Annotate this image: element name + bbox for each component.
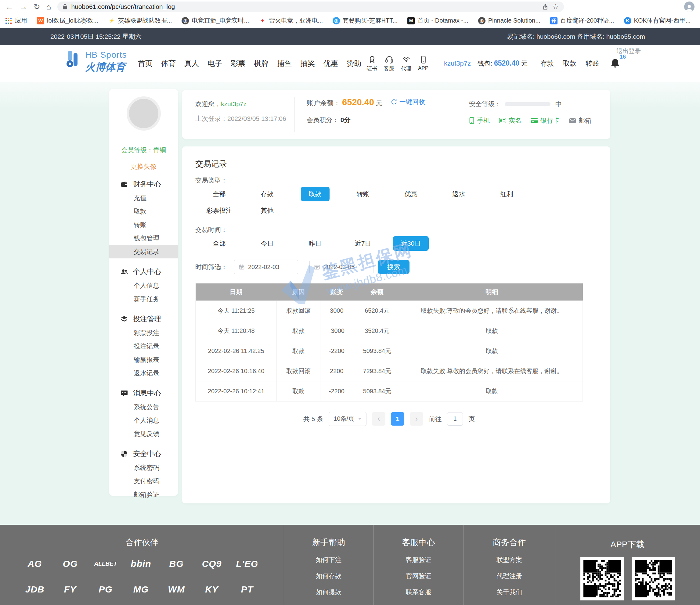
reload-button[interactable]: ↻ bbox=[33, 2, 40, 11]
type-filter-button[interactable]: 全部 bbox=[205, 187, 234, 201]
nav-item[interactable]: 首页 bbox=[138, 58, 153, 68]
sidebar-menu-item[interactable]: 邮箱验证 bbox=[109, 488, 178, 501]
sidebar-menu-item[interactable]: 个人消息 bbox=[109, 414, 178, 427]
home-button[interactable]: ⌂ bbox=[46, 2, 51, 11]
site-logo[interactable]: HB Sports 火博体育 bbox=[66, 50, 127, 74]
share-icon[interactable] bbox=[542, 3, 549, 10]
nav-item[interactable]: 抽奖 bbox=[300, 58, 315, 68]
time-filter-button[interactable]: 近30日 bbox=[393, 236, 429, 251]
type-filter-button[interactable]: 其他 bbox=[253, 203, 282, 218]
wallet-action-link[interactable]: 取款 bbox=[563, 59, 576, 68]
sidebar-menu-item[interactable]: 取款 bbox=[109, 205, 178, 218]
email-verify[interactable]: 邮箱 bbox=[569, 116, 591, 125]
table-cell: 2200 bbox=[320, 361, 353, 381]
footer-link[interactable]: 关于我们 bbox=[464, 588, 555, 597]
nav-item[interactable]: 优惠 bbox=[323, 58, 338, 68]
footer-link[interactable]: 客服验证 bbox=[374, 556, 464, 564]
next-page-button[interactable]: › bbox=[410, 412, 423, 426]
time-filter-button[interactable]: 全部 bbox=[205, 236, 234, 251]
sidebar-menu-item[interactable]: 彩票投注 bbox=[109, 326, 178, 339]
bookmark-item[interactable]: ✦ 雷火电竞，亚洲电... bbox=[259, 17, 323, 25]
bookmark-item[interactable]: ⚡ 英雄联盟战队数据... bbox=[108, 17, 172, 25]
sidebar-menu-item[interactable]: 投注记录 bbox=[109, 339, 178, 353]
partner-logo: OG bbox=[52, 551, 88, 577]
nav-item[interactable]: 电子 bbox=[207, 58, 222, 68]
nav-item[interactable]: 真人 bbox=[184, 58, 199, 68]
nav-item[interactable]: 捕鱼 bbox=[277, 58, 292, 68]
sidebar-menu-item[interactable]: 输赢报表 bbox=[109, 353, 178, 367]
search-button[interactable]: 搜索 bbox=[378, 260, 409, 274]
bank-card-verify[interactable]: 银行卡 bbox=[531, 116, 560, 125]
type-filter-button[interactable]: 转账 bbox=[349, 187, 377, 201]
type-filter-button[interactable]: 优惠 bbox=[397, 187, 425, 201]
agent-button[interactable]: 代理 bbox=[401, 55, 411, 72]
footer-link[interactable]: 如何存款 bbox=[284, 572, 374, 580]
nav-item[interactable]: 棋牌 bbox=[254, 58, 269, 68]
sidebar-menu-item[interactable]: 转账 bbox=[109, 218, 178, 232]
forward-button[interactable]: → bbox=[20, 2, 27, 11]
goto-page-input[interactable]: 1 bbox=[447, 412, 463, 426]
wallet-action-link[interactable]: 存款 bbox=[541, 59, 554, 68]
type-filter-button[interactable]: 红利 bbox=[493, 187, 521, 201]
footer-link[interactable]: 如何下注 bbox=[284, 556, 374, 564]
footer-link[interactable]: 代理注册 bbox=[464, 572, 555, 580]
sidebar-menu-item[interactable]: 系统公告 bbox=[109, 400, 178, 414]
back-button[interactable]: ← bbox=[5, 2, 14, 11]
current-page-button[interactable]: 1 bbox=[391, 412, 404, 426]
address-bar[interactable]: huobo61.com/pc/user/trancation_log ☆ bbox=[57, 2, 564, 12]
nav-item[interactable]: 体育 bbox=[161, 58, 176, 68]
type-filter-button[interactable]: 取款 bbox=[301, 187, 329, 201]
wallet-action-link[interactable]: 转账 bbox=[585, 59, 599, 68]
realname-verify[interactable]: 实名 bbox=[499, 116, 522, 125]
profile-avatar[interactable] bbox=[684, 2, 695, 12]
star-icon[interactable]: ☆ bbox=[552, 2, 559, 11]
menu-section-personal: 个人中心 个人信息新手任务 bbox=[109, 267, 178, 306]
sidebar-menu-item[interactable]: 返水记录 bbox=[109, 367, 178, 380]
footer-link[interactable]: 联盟方案 bbox=[464, 556, 555, 564]
app-download-button[interactable]: APP bbox=[418, 55, 428, 71]
type-filter-button[interactable]: 返水 bbox=[445, 187, 473, 201]
bookmark-item[interactable]: 应用 bbox=[5, 17, 27, 25]
page-size-select[interactable]: 10条/页 bbox=[329, 412, 367, 426]
footer-link[interactable]: 如何提款 bbox=[284, 588, 374, 597]
customer-service-button[interactable]: 客服 bbox=[384, 55, 394, 72]
bookmark-item[interactable]: ◎ 套餐购买-芝麻HTT... bbox=[333, 17, 398, 25]
time-filter-button[interactable]: 昨日 bbox=[301, 236, 329, 251]
logout-link[interactable]: 退出登录 bbox=[617, 47, 641, 55]
type-filter-button[interactable]: 彩票投注 bbox=[199, 203, 240, 218]
type-filter-button[interactable]: 存款 bbox=[253, 187, 282, 201]
sidebar-menu-item[interactable]: 钱包管理 bbox=[109, 232, 178, 245]
date-from-input[interactable]: 2022-02-03 bbox=[234, 260, 298, 274]
one-key-recycle-button[interactable]: 一键回收 bbox=[391, 98, 425, 106]
nav-item[interactable]: 彩票 bbox=[231, 58, 245, 68]
bookmark-item[interactable]: 译 百度翻译-200种语... bbox=[550, 17, 614, 25]
phone-verify[interactable]: 手机 bbox=[469, 116, 490, 125]
sidebar-menu-item[interactable]: 系统密码 bbox=[109, 461, 178, 474]
sidebar-menu-item[interactable]: 个人信息 bbox=[109, 279, 178, 292]
nav-item[interactable]: 赞助 bbox=[347, 58, 361, 68]
sidebar-menu-item[interactable]: 新手任务 bbox=[109, 292, 178, 306]
footer-link[interactable]: 联系客服 bbox=[374, 588, 464, 597]
nav-username[interactable]: kzut3p7z bbox=[444, 59, 471, 68]
footer-partners: 合作伙伴 AGOGALLBETbbinBGCQ9L'EGJDBFYPGMGWMK… bbox=[0, 525, 284, 605]
prev-page-button[interactable]: ‹ bbox=[372, 412, 385, 426]
bookmark-item[interactable]: K KOK体育官网-西甲... bbox=[624, 17, 691, 25]
sidebar-menu-item[interactable]: 充值 bbox=[109, 191, 178, 205]
avatar[interactable] bbox=[127, 96, 161, 131]
bookmark-item[interactable]: ◎ 电竞直播_电竞实时... bbox=[181, 17, 249, 25]
time-filter-button[interactable]: 今日 bbox=[253, 236, 282, 251]
bookmark-label: 应用 bbox=[15, 17, 27, 25]
sidebar-menu-item[interactable]: 意见反馈 bbox=[109, 427, 178, 440]
sidebar-menu-item[interactable]: 交易记录 bbox=[109, 245, 178, 258]
bookmark-item[interactable]: M 首页 - Dotamax -... bbox=[407, 17, 468, 25]
bookmark-item[interactable]: W lol数据_lol比赛数... bbox=[37, 17, 98, 25]
certificate-button[interactable]: 证书 bbox=[367, 55, 377, 72]
footer-link[interactable]: 官网验证 bbox=[374, 572, 464, 580]
change-avatar-link[interactable]: 更换头像 bbox=[109, 162, 178, 171]
goto-label: 前往 bbox=[429, 414, 442, 423]
date-to-input[interactable]: 2022-03-05 bbox=[309, 260, 374, 274]
time-filter-button[interactable]: 近7日 bbox=[347, 236, 379, 251]
bookmark-item[interactable]: ◎ Pinnacle Solution... bbox=[478, 17, 541, 24]
sidebar-menu-item[interactable]: 支付密码 bbox=[109, 474, 178, 488]
notification-bell[interactable]: 16 bbox=[610, 58, 625, 68]
